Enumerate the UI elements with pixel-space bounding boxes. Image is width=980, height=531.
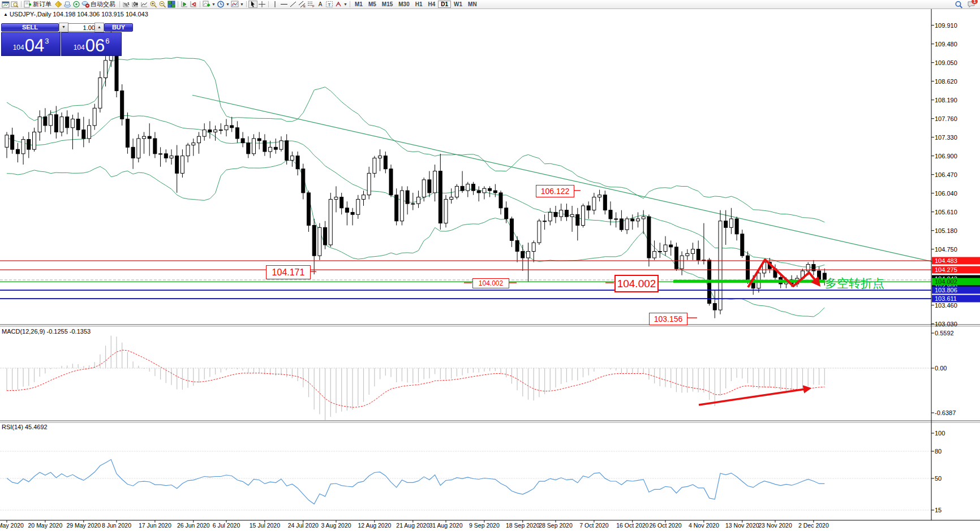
bearish-candle-body (669, 245, 673, 247)
templates-dropdown-arrow[interactable]: ▼ (239, 2, 244, 6)
main-toolbar: 新订单 自动交易 ▼ ▼ ▼ E F A T ▼ (0, 0, 980, 9)
bullish-candle-body (450, 197, 453, 200)
chat-button[interactable]: 1 (966, 1, 975, 8)
timeframe-button-m15[interactable]: M15 (379, 1, 396, 8)
search-button[interactable] (954, 1, 963, 8)
price-axis-label: 107.760 (935, 115, 957, 122)
bullish-candle-body (98, 78, 102, 109)
timeframe-button-m5[interactable]: M5 (366, 1, 379, 8)
timeframe-button-m30[interactable]: M30 (396, 1, 412, 8)
date-axis-label: 20 May 2020 (28, 522, 63, 529)
autotrading-label[interactable]: 自动交易 (91, 1, 115, 8)
trendline-tool-button[interactable] (289, 1, 298, 8)
bullish-candle-body (22, 140, 25, 154)
indicators-button[interactable] (202, 1, 211, 8)
price-text-label-104.171[interactable]: 104.171 (266, 265, 311, 279)
bullish-candle-body (570, 214, 574, 217)
buy-button[interactable]: BUY (104, 23, 133, 32)
bearish-candle-body (461, 186, 464, 191)
chart-canvas[interactable] (0, 0, 980, 531)
zoom-in-button[interactable] (149, 1, 158, 8)
timeframe-toolbar: M1M5M15M30H1H4D1W1MN (352, 1, 480, 8)
bearish-candle-body (274, 147, 277, 149)
strategy-tester-button[interactable] (72, 1, 81, 8)
new-order-button[interactable] (23, 1, 32, 8)
bearish-candle-body (16, 149, 19, 154)
line-chart-mode-button[interactable] (140, 1, 149, 8)
svg-text:T: T (328, 2, 331, 7)
sell-price-box[interactable]: 104 04 3 (1, 32, 61, 56)
periods-dropdown-arrow[interactable]: ▼ (225, 2, 230, 6)
auto-scroll-button[interactable] (180, 1, 189, 8)
bullish-candle-body (658, 252, 661, 252)
bearish-candle-body (351, 212, 354, 214)
price-axis-label: 106.900 (935, 153, 957, 159)
bullish-candle-body (598, 195, 601, 197)
buy-price-box[interactable]: 104 06 6 (61, 32, 122, 56)
price-text-label-104.002[interactable]: 104.002 (472, 278, 509, 288)
bearish-candle-body (82, 130, 85, 139)
arrows-dropdown-arrow[interactable]: ▼ (343, 2, 348, 6)
bearish-candle-body (11, 135, 14, 149)
crosshair-icon (258, 1, 266, 8)
timeframe-button-d1[interactable]: D1 (438, 1, 451, 8)
new-chart-button[interactable] (1, 1, 10, 8)
indicators-dropdown-arrow[interactable]: ▼ (211, 2, 216, 6)
bullish-candle-body (71, 119, 74, 127)
timeframe-button-m1[interactable]: M1 (352, 1, 366, 8)
bearish-candle-body (164, 154, 167, 158)
periods-button[interactable] (216, 1, 225, 8)
text-tool-button[interactable]: A (316, 1, 325, 8)
date-axis-label: 16 Oct 2020 (616, 522, 648, 529)
price-text-label-106.122[interactable]: 106.122 (536, 185, 574, 197)
new-order-label[interactable]: 新订单 (33, 1, 51, 8)
volume-decrease-button[interactable]: ▼ (59, 23, 68, 32)
channel-tool-button[interactable]: E (298, 1, 307, 8)
bearish-candle-body (302, 169, 305, 193)
turning-point-annotation[interactable]: 多空转折点 (825, 275, 884, 291)
bearish-candle-body (735, 219, 738, 234)
price-tag-103.806: 103.806 (932, 287, 980, 294)
data-window-button[interactable] (63, 1, 72, 8)
timeframe-button-h4[interactable]: H4 (425, 1, 439, 8)
bar-chart-mode-button[interactable] (122, 1, 131, 8)
bullish-candle-body (614, 219, 618, 219)
candlestick-mode-button[interactable] (131, 1, 140, 8)
sell-button[interactable]: SELL (1, 23, 59, 32)
price-text-label-104.002[interactable]: 104.002 (614, 275, 659, 292)
price-direction-icon: ▲ (3, 12, 8, 17)
zoom-out-button[interactable] (158, 1, 167, 8)
tile-windows-button[interactable] (167, 1, 176, 8)
bullish-candle-body (33, 132, 36, 149)
bearish-candle-body (647, 217, 651, 258)
volume-increase-button[interactable]: ▲ (94, 23, 104, 32)
toolbar-separator (268, 1, 269, 7)
market-watch-button[interactable] (54, 1, 63, 8)
chart-shift-button[interactable] (189, 1, 198, 8)
rsi-line (7, 460, 824, 504)
date-axis-label: 12 Aug 2020 (358, 522, 391, 529)
cursor-tool-button[interactable] (248, 1, 257, 8)
chart-symbol-line: ▲ USDJPY-,Daily 104.198 104.306 103.915 … (3, 11, 148, 18)
timeframe-button-h1[interactable]: H1 (412, 1, 425, 8)
autotrading-button[interactable] (81, 1, 90, 8)
arrows-tool-button[interactable] (334, 1, 343, 8)
profiles-button[interactable] (10, 1, 19, 8)
volume-input[interactable] (68, 23, 97, 32)
price-text-label-103.156[interactable]: 103.156 (649, 313, 687, 325)
bullish-candle-body (38, 117, 41, 132)
crosshair-tool-button[interactable] (257, 1, 267, 8)
bearish-candle-body (713, 304, 716, 310)
equidistant-channel-icon: E (298, 1, 306, 8)
vertical-line-tool-button[interactable] (270, 1, 280, 8)
bollinger-lower-line (7, 161, 824, 317)
timeframe-button-mn[interactable]: MN (465, 1, 480, 8)
bullish-candle-body (527, 252, 530, 258)
fibonacci-tool-button[interactable]: F (307, 1, 316, 8)
bullish-candle-body (269, 147, 272, 152)
horizontal-line-tool-button[interactable] (280, 1, 289, 8)
tile-windows-icon (167, 1, 175, 8)
label-tool-button[interactable]: T (325, 1, 334, 8)
templates-button[interactable] (230, 1, 239, 8)
timeframe-button-w1[interactable]: W1 (451, 1, 465, 8)
